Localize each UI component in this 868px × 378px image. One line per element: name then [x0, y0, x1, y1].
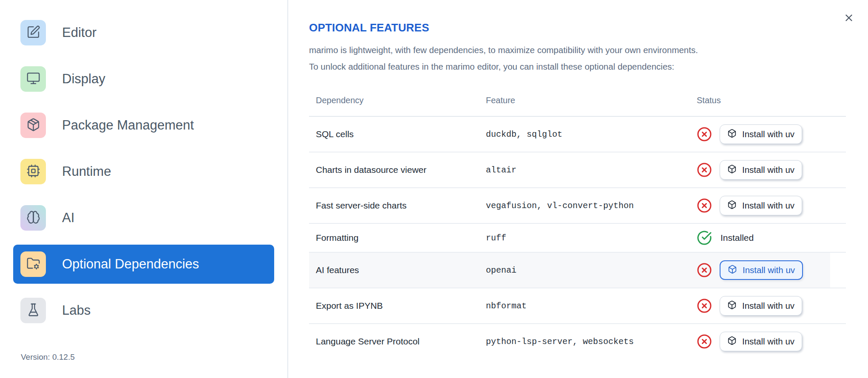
circle-x-icon [697, 262, 712, 278]
box-icon [727, 129, 737, 140]
table-header: Dependency Feature Status [309, 85, 846, 117]
circle-check-icon [697, 230, 712, 245]
sidebar-item-list: Editor Display Package Management Runtim… [0, 13, 287, 330]
table-row: Language Server Protocol python-lsp-serv… [309, 324, 846, 359]
close-button[interactable] [842, 12, 855, 25]
box-icon [727, 200, 737, 212]
table-row: Charts in datasource viewer altair Insta… [309, 152, 846, 188]
box-icon [728, 265, 737, 276]
install-with-uv-button[interactable]: Install with uv [720, 196, 802, 215]
feature-cell: python-lsp-server, websockets [486, 337, 697, 347]
table-body: SQL cells duckdb, sqlglot Install with u… [309, 117, 846, 359]
dependency-cell: Charts in datasource viewer [309, 165, 486, 175]
sidebar-item-label: Labs [62, 303, 91, 318]
sidebar-item-ai[interactable]: AI [13, 198, 274, 237]
status-cell: Install with uv [697, 260, 846, 280]
install-button-label: Install with uv [743, 265, 795, 275]
feature-cell: altair [486, 165, 697, 175]
description-line-2: To unlock additional features in the mar… [309, 58, 868, 75]
column-header-dependency: Dependency [309, 96, 486, 105]
dependency-cell: SQL cells [309, 129, 486, 139]
package-icon [26, 118, 40, 133]
sidebar-item-label: Display [62, 71, 105, 87]
circle-x-icon [697, 298, 712, 313]
feature-cell: nbformat [486, 301, 697, 311]
status-cell: Install with uv [697, 124, 846, 144]
sidebar-item-labs[interactable]: Labs [13, 291, 274, 330]
dependency-cell: Export as IPYNB [309, 301, 486, 311]
square-pen-icon [26, 25, 40, 41]
flask-icon [26, 303, 40, 319]
table-row: Export as IPYNB nbformat Install with uv [309, 288, 846, 324]
sidebar-item-display[interactable]: Display [13, 59, 274, 99]
circle-x-icon [697, 127, 712, 142]
sidebar-item-label: Editor [62, 25, 96, 40]
install-with-uv-button[interactable]: Install with uv [720, 332, 802, 351]
dependency-cell: Formatting [309, 233, 486, 243]
monitor-icon [26, 71, 40, 87]
table-row: AI features openai Install with uv [309, 253, 846, 288]
dependency-cell: AI features [309, 265, 486, 275]
box-icon [727, 164, 737, 176]
optional-features-panel: OPTIONAL FEATURES marimo is lightweight,… [288, 0, 868, 378]
settings-sidebar: Editor Display Package Management Runtim… [0, 0, 288, 378]
install-button-label: Install with uv [742, 200, 794, 211]
description-line-1: marimo is lightweight, with few dependen… [309, 42, 868, 58]
table-row: SQL cells duckdb, sqlglot Install with u… [309, 117, 846, 152]
status-cell: Install with uv [697, 332, 846, 351]
feature-cell: openai [486, 265, 697, 275]
install-with-uv-button[interactable]: Install with uv [720, 160, 802, 180]
column-header-feature: Feature [486, 96, 697, 105]
box-icon [727, 336, 737, 347]
brain-icon [26, 210, 40, 226]
status-cell: Install with uv [697, 196, 846, 215]
page-title: OPTIONAL FEATURES [309, 21, 868, 34]
sidebar-item-package-management[interactable]: Package Management [13, 106, 274, 145]
circle-x-icon [697, 334, 712, 349]
version-label: Version: 0.12.5 [21, 353, 75, 362]
circle-x-icon [697, 198, 712, 213]
install-button-label: Install with uv [742, 336, 794, 347]
table-row: Fast server-side charts vegafusion, vl-c… [309, 188, 846, 224]
status-cell: Install with uv [697, 160, 846, 180]
circle-x-icon [697, 162, 712, 178]
feature-cell: duckdb, sqlglot [486, 130, 697, 139]
dependency-cell: Language Server Protocol [309, 336, 486, 347]
install-with-uv-button[interactable]: Install with uv [720, 296, 802, 316]
sidebar-item-runtime[interactable]: Runtime [13, 152, 274, 191]
status-cell: Install with uv [697, 296, 846, 316]
feature-cell: ruff [486, 233, 697, 243]
panel-description: marimo is lightweight, with few dependen… [309, 42, 868, 75]
status-cell: Installed [697, 230, 846, 245]
install-button-label: Install with uv [742, 301, 794, 311]
dependencies-table: Dependency Feature Status SQL cells duck… [309, 85, 846, 359]
dependency-cell: Fast server-side charts [309, 200, 486, 211]
table-row: Formatting ruff Installed [309, 224, 846, 253]
box-icon [727, 300, 737, 312]
sidebar-item-label: Optional Dependencies [62, 257, 199, 272]
install-button-label: Install with uv [742, 129, 794, 139]
sidebar-item-label: Package Management [62, 118, 194, 133]
sidebar-item-optional-dependencies[interactable]: Optional Dependencies [13, 245, 274, 284]
installed-label: Installed [720, 233, 754, 243]
sidebar-item-editor[interactable]: Editor [13, 13, 274, 52]
feature-cell: vegafusion, vl-convert-python [486, 201, 697, 211]
close-icon [843, 18, 854, 25]
settings-dialog: Editor Display Package Management Runtim… [0, 0, 868, 378]
install-button-label: Install with uv [742, 165, 794, 175]
install-with-uv-button[interactable]: Install with uv [720, 124, 802, 144]
sidebar-item-label: AI [62, 210, 74, 226]
install-with-uv-button[interactable]: Install with uv [720, 260, 803, 280]
sidebar-item-label: Runtime [62, 164, 111, 179]
folder-cog-icon [26, 257, 40, 272]
column-header-status: Status [697, 96, 846, 105]
cpu-icon [26, 164, 40, 180]
